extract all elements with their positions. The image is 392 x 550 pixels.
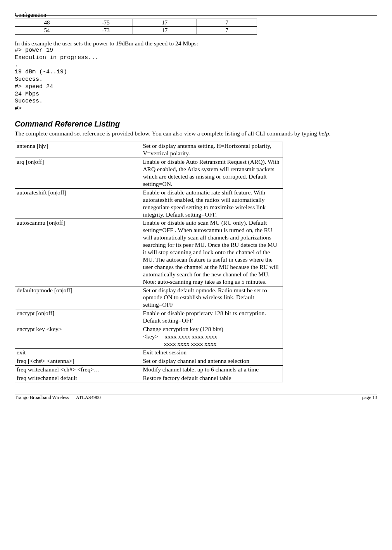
- command-desc: Enable or disable auto scan MU (RU only)…: [141, 219, 283, 286]
- command-desc: Set or display default opmode. Radio mus…: [141, 286, 283, 309]
- power-table: 48 -75 17 7 54 -73 17 7: [15, 19, 257, 35]
- command-desc: Restore factory default channel table: [141, 374, 283, 382]
- cell: 54: [15, 27, 79, 35]
- table-row: freq writechannel defaultRestore factory…: [15, 374, 283, 382]
- desc-post: .: [329, 130, 330, 137]
- command-desc: Enable or disable automatic rate shift f…: [141, 188, 283, 219]
- command-name: arq [on|off]: [15, 158, 141, 189]
- table-row: encrypt key <key>Change encryption key (…: [15, 325, 283, 349]
- command-name: freq [<ch#> <antenna>]: [15, 357, 141, 365]
- table-row: exitExit telnet session: [15, 348, 283, 357]
- table-row: autorateshift [on|off]Enable or disable …: [15, 188, 283, 219]
- command-name: antenna [h|v]: [15, 142, 141, 158]
- header-rule: [15, 15, 377, 16]
- desc-pre: The complete command set reference is pr…: [15, 130, 319, 137]
- table-row: freq [<ch#> <antenna>]Set or display cha…: [15, 357, 283, 365]
- command-desc: Change encryption key (128 bits) <key> =…: [141, 325, 283, 349]
- command-name: encrypt key <key>: [15, 325, 141, 349]
- table-row: encrypt [on|off]Enable or disable propri…: [15, 309, 283, 325]
- cell: 7: [197, 19, 257, 27]
- example-code: #> power 19 Execution in progress... . 1…: [15, 47, 377, 113]
- table-row: autoscanmu [on|off]Enable or disable aut…: [15, 219, 283, 286]
- cell: -75: [79, 19, 133, 27]
- command-desc: Enable or disable proprietary 128 bit tx…: [141, 309, 283, 325]
- command-desc: Set or display channel and antenna selec…: [141, 357, 283, 365]
- table-row: 54 -73 17 7: [15, 27, 257, 35]
- command-name: freq writechannel <ch#> <freq>…: [15, 365, 141, 374]
- command-name: autorateshift [on|off]: [15, 188, 141, 219]
- cell: -73: [79, 27, 133, 35]
- table-row: antenna [h|v]Set or display antenna sett…: [15, 142, 283, 158]
- cell: 48: [15, 19, 79, 27]
- footer-left: Trango Broadband Wireless — ATLAS4900: [15, 395, 101, 401]
- section-title: Command Reference Listing: [15, 120, 377, 128]
- cell: 7: [197, 27, 257, 35]
- command-desc: Modify channel table, up to 6 channels a…: [141, 365, 283, 374]
- table-row: arq [on|off]Enable or disable Auto Retra…: [15, 158, 283, 189]
- command-name: encrypt [on|off]: [15, 309, 141, 325]
- example-intro: In this example the user sets the power …: [15, 40, 377, 47]
- cell: 17: [133, 19, 197, 27]
- command-name: exit: [15, 348, 141, 357]
- footer: Trango Broadband Wireless — ATLAS4900 pa…: [15, 394, 377, 401]
- command-name: autoscanmu [on|off]: [15, 219, 141, 286]
- section-description: The complete command set reference is pr…: [15, 130, 377, 137]
- command-name: defaultopmode [on|off]: [15, 286, 141, 309]
- cell: 17: [133, 27, 197, 35]
- command-desc: Enable or disable Auto Retransmit Reques…: [141, 158, 283, 189]
- table-row: 48 -75 17 7: [15, 19, 257, 27]
- command-desc: Exit telnet session: [141, 348, 283, 357]
- table-row: freq writechannel <ch#> <freq>…Modify ch…: [15, 365, 283, 374]
- command-desc: Set or display antenna setting. H=Horizo…: [141, 142, 283, 158]
- command-reference-table: antenna [h|v]Set or display antenna sett…: [15, 142, 283, 382]
- command-name: freq writechannel default: [15, 374, 141, 382]
- desc-help: help: [319, 130, 329, 137]
- table-row: defaultopmode [on|off]Set or display def…: [15, 286, 283, 309]
- footer-right: page 13: [362, 395, 377, 401]
